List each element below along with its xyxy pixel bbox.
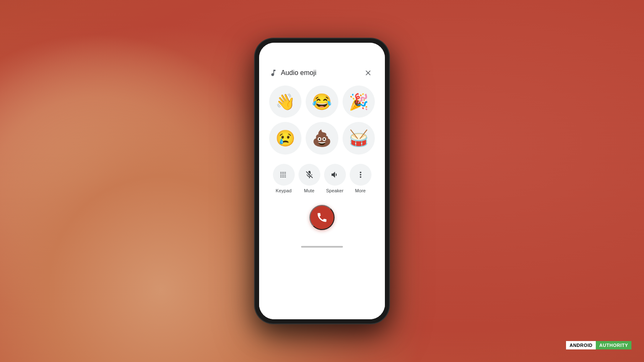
watermark-authority: AUTHORITY [596, 341, 631, 349]
end-call-button[interactable] [309, 205, 335, 230]
emoji-drum[interactable]: 🥁 [343, 122, 375, 154]
emoji-poop[interactable]: 💩 [306, 122, 338, 154]
emoji-party-popper[interactable]: 🎉 [343, 85, 375, 118]
emoji-grid: 👋 😂 🎉 😢 💩 🥁 [267, 85, 377, 155]
panel-title-row: Audio emoji [269, 69, 317, 77]
emoji-waving-hand[interactable]: 👋 [269, 85, 301, 118]
status-bar [259, 43, 385, 59]
emoji-crying-face[interactable]: 😢 [269, 122, 301, 154]
phone-screen: Audio emoji 👋 😂 🎉 😢 💩 🥁 [259, 43, 385, 319]
watermark-android: ANDROID [566, 341, 596, 349]
more-label: More [355, 188, 366, 193]
screen-content: Audio emoji 👋 😂 🎉 😢 💩 🥁 [259, 59, 385, 319]
emoji-laughing-crying[interactable]: 😂 [306, 85, 338, 118]
music-note-icon [269, 69, 278, 77]
panel-title: Audio emoji [281, 69, 317, 77]
mute-control[interactable]: Mute [298, 164, 321, 193]
speaker-circle [324, 164, 346, 186]
end-call-section [267, 201, 377, 236]
mute-circle [299, 164, 320, 186]
keypad-control[interactable]: Keypad [272, 164, 296, 193]
phone: Audio emoji 👋 😂 🎉 😢 💩 🥁 [255, 39, 389, 323]
close-button[interactable] [361, 66, 375, 80]
audio-emoji-panel: Audio emoji 👋 😂 🎉 😢 💩 🥁 [259, 59, 385, 319]
panel-header: Audio emoji [267, 66, 377, 80]
watermark: ANDROID AUTHORITY [566, 341, 631, 349]
speaker-label: Speaker [326, 188, 344, 193]
more-circle [350, 164, 371, 186]
home-bar [301, 246, 343, 248]
speaker-control[interactable]: Speaker [323, 164, 347, 193]
home-indicator [267, 242, 377, 252]
keypad-circle [273, 164, 295, 186]
mute-label: Mute [304, 188, 314, 193]
keypad-label: Keypad [276, 188, 292, 193]
call-controls: Keypad Mute [267, 160, 377, 195]
more-control[interactable]: More [349, 164, 372, 193]
